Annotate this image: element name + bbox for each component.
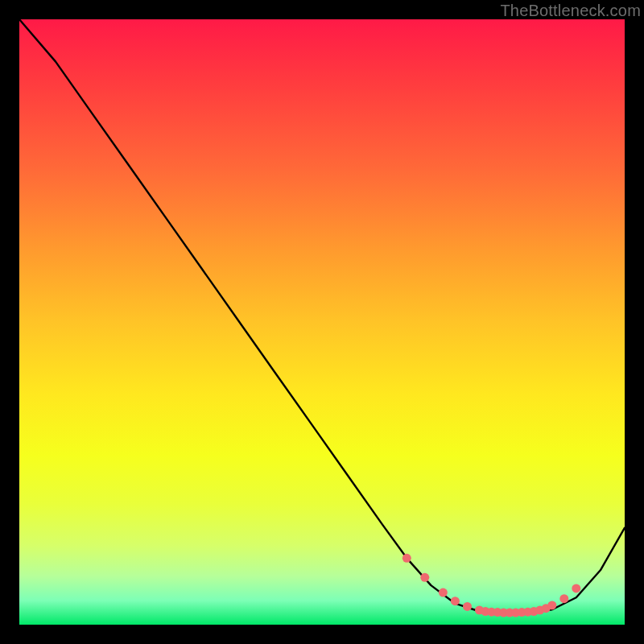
marker-dot [559, 594, 568, 603]
marker-dot [572, 584, 580, 592]
marker-dot [547, 601, 556, 609]
marker-dot [451, 597, 460, 605]
marker-dot [463, 602, 472, 611]
marker-dot [402, 554, 411, 563]
bottleneck-curve [19, 19, 625, 613]
chart-frame [19, 19, 625, 625]
watermark-text: TheBottleneck.com [500, 2, 641, 20]
line-chart [19, 19, 625, 625]
marker-dots [402, 554, 581, 617]
marker-dot [420, 573, 429, 582]
marker-dot [439, 588, 448, 597]
